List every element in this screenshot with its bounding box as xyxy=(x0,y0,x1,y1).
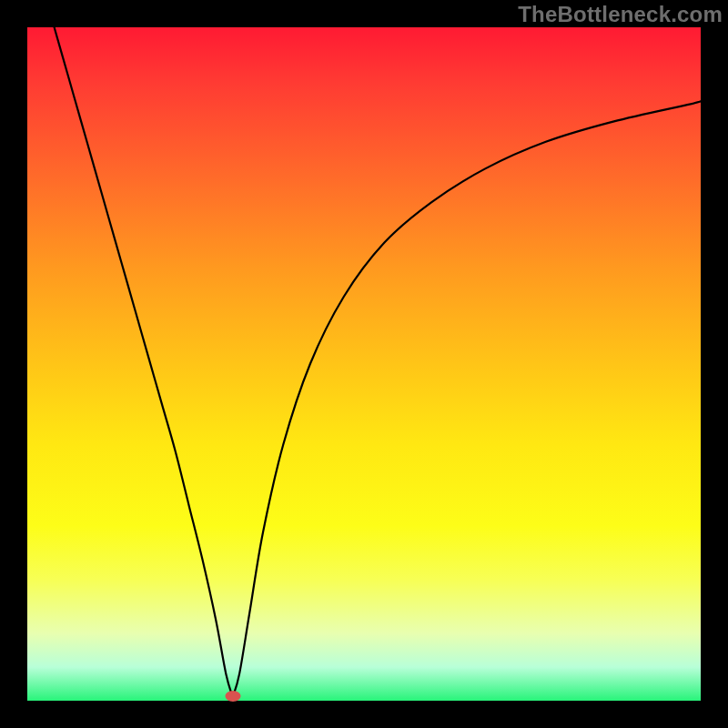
watermark-text: TheBottleneck.com xyxy=(518,2,723,27)
curve-left-branch xyxy=(55,27,233,697)
curve-right-branch xyxy=(233,101,701,697)
plot-area xyxy=(27,27,701,701)
bottleneck-marker xyxy=(225,691,240,702)
curve-svg xyxy=(27,27,701,701)
chart-frame: TheBottleneck.com xyxy=(0,0,728,728)
